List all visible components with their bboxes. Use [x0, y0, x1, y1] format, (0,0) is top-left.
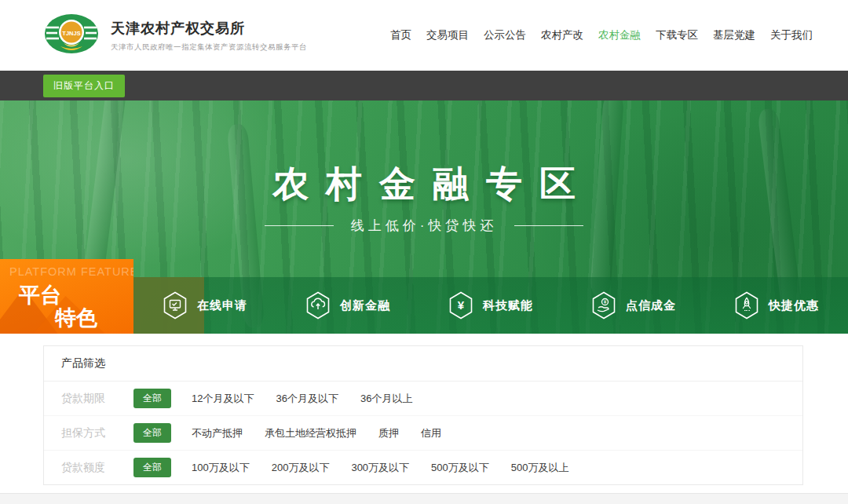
yen-icon: ¥ — [448, 291, 473, 320]
filter-option[interactable]: 200万及以下 — [272, 461, 330, 475]
divider-line — [514, 225, 583, 226]
nav-item-2[interactable]: 公示公告 — [484, 28, 526, 42]
feature-tab-label: 点信成金 — [626, 298, 676, 313]
feature-tab-label: 科技赋能 — [483, 298, 533, 313]
svg-text:TJNJS: TJNJS — [62, 30, 80, 37]
filter-row-label: 贷款额度 — [61, 461, 133, 475]
nav-item-4[interactable]: 农村金融 — [598, 28, 641, 42]
hero-banner: 农村金融专区 线上低价·快贷快还 在线申请创新金融¥科技赋能¥点信成金快捷优惠 … — [0, 100, 848, 334]
filter-option[interactable]: 质押 — [378, 426, 399, 440]
feature-tab-label: 快捷优惠 — [769, 298, 819, 313]
nav-item-1[interactable]: 交易项目 — [426, 28, 469, 42]
filter-option[interactable]: 100万及以下 — [192, 461, 250, 475]
filter-option[interactable]: 36个月及以下 — [276, 392, 338, 406]
filter-row-1: 担保方式全部不动产抵押承包土地经营权抵押质押信用 — [44, 416, 802, 451]
rocket-icon — [734, 291, 759, 320]
product-filter-panel: 产品筛选 贷款期限全部12个月及以下36个月及以下36个月以上担保方式全部不动产… — [43, 345, 803, 485]
filter-row-0: 贷款期限全部12个月及以下36个月及以下36个月以上 — [44, 382, 802, 416]
hand-coin-icon: ¥ — [591, 291, 616, 320]
hero-subtitle-row: 线上低价·快贷快还 — [0, 217, 848, 235]
page: TJNJS 天津农村产权交易所 天津市人民政府唯一指定集体资产资源流转交易服务平… — [0, 0, 848, 504]
filter-panel-title: 产品筛选 — [44, 346, 802, 382]
filter-option[interactable]: 500万及以下 — [431, 461, 489, 475]
filter-rows: 贷款期限全部12个月及以下36个月及以下36个月以上担保方式全部不动产抵押承包土… — [44, 382, 802, 484]
feature-tab-1[interactable]: 创新金融 — [276, 277, 419, 334]
filter-options: 100万及以下200万及以下300万及以下500万及以下500万及以上 — [192, 461, 569, 475]
nav-item-7[interactable]: 关于我们 — [770, 28, 813, 42]
hero-title: 农村金融专区 — [0, 160, 848, 209]
filter-all-badge[interactable]: 全部 — [133, 458, 171, 477]
site-title: 天津农村产权交易所 — [111, 19, 307, 38]
site-subtitle: 天津市人民政府唯一指定集体资产资源流转交易服务平台 — [111, 42, 307, 53]
cloud-icon — [305, 291, 331, 320]
utility-bar: 旧版平台入口 — [0, 71, 848, 100]
nav-item-0[interactable]: 首页 — [390, 28, 411, 42]
platform-features-eyebrow: PLATFORM FEATURES — [9, 265, 133, 278]
svg-text:¥: ¥ — [604, 299, 607, 305]
filter-all-badge[interactable]: 全部 — [133, 389, 171, 408]
old-platform-entry-button[interactable]: 旧版平台入口 — [43, 75, 125, 97]
nav-item-6[interactable]: 基层党建 — [713, 28, 755, 42]
filter-options: 12个月及以下36个月及以下36个月以上 — [192, 392, 412, 406]
filter-options: 不动产抵押承包土地经营权抵押质押信用 — [192, 426, 441, 440]
site-header: TJNJS 天津农村产权交易所 天津市人民政府唯一指定集体资产资源流转交易服务平… — [0, 0, 848, 71]
footer-strip — [0, 493, 848, 504]
filter-all-badge[interactable]: 全部 — [133, 423, 171, 443]
feature-tab-label: 在线申请 — [197, 298, 247, 313]
nav-item-3[interactable]: 农村产改 — [541, 28, 583, 42]
filter-option[interactable]: 36个月以上 — [360, 392, 412, 406]
feature-tab-0[interactable]: 在线申请 — [133, 277, 276, 334]
divider-line — [265, 225, 334, 226]
feature-tabbar: 在线申请创新金融¥科技赋能¥点信成金快捷优惠 — [133, 277, 848, 334]
feature-tab-label: 创新金融 — [340, 298, 390, 313]
monitor-check-icon — [163, 291, 188, 320]
filter-option[interactable]: 12个月及以下 — [192, 392, 254, 406]
feature-tab-2[interactable]: ¥科技赋能 — [419, 277, 562, 334]
filter-option[interactable]: 不动产抵押 — [192, 426, 243, 440]
platform-features-title-2: 特色 — [55, 304, 97, 332]
filter-row-label: 贷款期限 — [61, 392, 133, 406]
filter-option[interactable]: 信用 — [421, 426, 441, 440]
site-logo-icon: TJNJS — [43, 12, 100, 59]
nav-item-5[interactable]: 下载专区 — [656, 28, 698, 42]
hero-subtitle: 线上低价·快贷快还 — [351, 217, 498, 235]
filter-option[interactable]: 500万及以上 — [511, 461, 569, 475]
brand[interactable]: TJNJS 天津农村产权交易所 天津市人民政府唯一指定集体资产资源流转交易服务平… — [43, 12, 307, 59]
platform-features-block: PLATFORM FEATURES 平台 特色 — [0, 259, 133, 334]
filter-row-2: 贷款额度全部100万及以下200万及以下300万及以下500万及以下500万及以… — [44, 451, 802, 484]
filter-option[interactable]: 承包土地经营权抵押 — [265, 426, 356, 440]
feature-tab-3[interactable]: ¥点信成金 — [562, 277, 705, 334]
main-nav: 首页交易项目公示公告农村产改农村金融下载专区基层党建关于我们 — [390, 28, 813, 42]
filter-option[interactable]: 300万及以下 — [351, 461, 409, 475]
feature-tab-4[interactable]: 快捷优惠 — [705, 277, 848, 334]
svg-text:¥: ¥ — [458, 298, 465, 312]
filter-row-label: 担保方式 — [61, 426, 133, 440]
brand-text: 天津农村产权交易所 天津市人民政府唯一指定集体资产资源流转交易服务平台 — [111, 19, 307, 53]
